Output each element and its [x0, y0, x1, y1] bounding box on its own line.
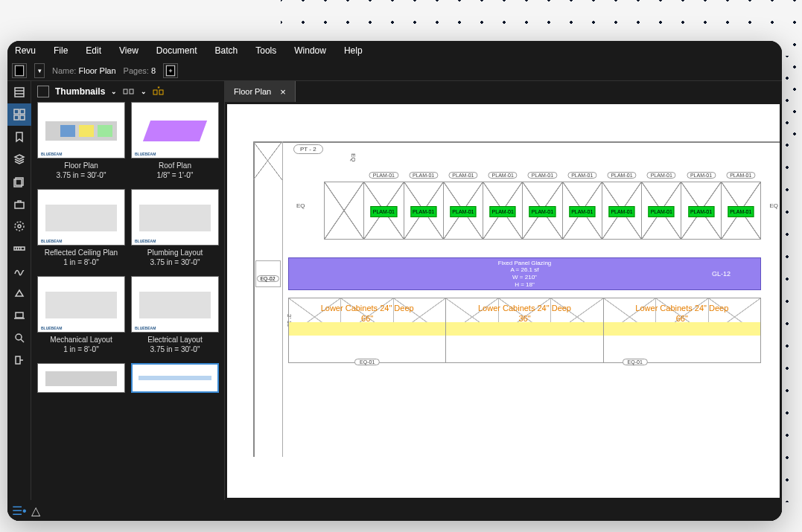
svg-rect-23: [130, 89, 133, 94]
pt2-tag: PT - 2: [293, 144, 323, 154]
layers-icon[interactable]: [7, 148, 31, 170]
menu-view[interactable]: View: [119, 45, 139, 56]
attachments-icon[interactable]: [7, 170, 31, 193]
sets-icon[interactable]: [7, 349, 31, 371]
thumbnail-8[interactable]: [131, 363, 219, 393]
menu-file[interactable]: File: [54, 45, 68, 56]
pages-value: 8: [151, 66, 156, 75]
left-icon-strip: [7, 81, 31, 521]
panel-icon[interactable]: [37, 86, 49, 97]
thumbnails-title: Thumbnails: [55, 86, 105, 97]
svg-rect-14: [14, 247, 25, 250]
viewport: Floor Plan × EQ-02 PT - 2 EQ EQ EQ: [225, 81, 782, 521]
svg-rect-7: [14, 115, 19, 120]
shapes-icon[interactable]: [7, 282, 31, 304]
tab-label: Floor Plan: [234, 87, 271, 96]
bottom-bar: ☰• △: [7, 500, 782, 521]
menu-revu[interactable]: Revu: [15, 45, 36, 56]
menu-document[interactable]: Document: [156, 45, 197, 56]
app-window: Revu File Edit View Document Batch Tools…: [7, 41, 782, 521]
canvas[interactable]: EQ-02 PT - 2 EQ EQ EQ PLAM-01PLAM-01 PLA…: [227, 104, 780, 498]
laptop-icon[interactable]: [7, 304, 31, 327]
info-bar: ▾ Name: Floor Plan Pages: 8: [7, 60, 782, 81]
svg-rect-24: [153, 90, 157, 94]
menu-help[interactable]: Help: [344, 45, 363, 56]
menu-window[interactable]: Window: [294, 45, 326, 56]
thumbnails-header: Thumbnails ⌄ ⌄ *: [31, 81, 224, 102]
pages-label: Pages:: [124, 66, 149, 75]
thumbnail-plumbing[interactable]: BLUEBEAM Plumbing Layout3.75 in = 30'-0": [131, 189, 219, 267]
signatures-icon[interactable]: [7, 260, 31, 282]
svg-rect-6: [20, 109, 25, 114]
thumbnail-electrical[interactable]: BLUEBEAM Electrical Layout3.75 in = 30'-…: [131, 276, 219, 354]
svg-line-21: [21, 339, 24, 342]
thumbnail-roof-plan[interactable]: BLUEBEAM Roof Plan1/8" = 1'-0": [131, 102, 219, 180]
svg-rect-5: [14, 109, 19, 114]
triangle-icon[interactable]: △: [31, 504, 40, 518]
toolbox-icon[interactable]: [7, 193, 31, 215]
name-value: Floor Plan: [78, 66, 115, 75]
svg-text:*: *: [158, 86, 161, 92]
star-split-icon[interactable]: *: [153, 86, 165, 97]
name-label: Name:: [52, 66, 76, 75]
svg-rect-8: [20, 115, 25, 120]
tab-floor-plan[interactable]: Floor Plan ×: [225, 81, 296, 102]
measurements-icon[interactable]: [7, 237, 31, 260]
list-icon[interactable]: ☰•: [12, 504, 27, 518]
svg-rect-25: [159, 90, 163, 94]
thumbnail-reflected-ceiling[interactable]: BLUEBEAM Reflected Ceiling Plan1 in = 8'…: [37, 189, 125, 267]
thumbnail-7[interactable]: [37, 363, 125, 393]
thumbnails-icon[interactable]: [7, 103, 31, 126]
svg-point-20: [16, 334, 22, 340]
cabinet-row: Lower Cabinets 24" Deep66" EQ-01 Lower C…: [288, 298, 761, 363]
thumbnail-floor-plan[interactable]: BLUEBEAM Floor Plan3.75 in = 30'-0": [37, 102, 125, 180]
eq-label: EQ: [350, 153, 357, 162]
document-icon[interactable]: [12, 63, 27, 78]
thumbnails-panel: Thumbnails ⌄ ⌄ * BLUEBEAM Floor Plan3.75…: [31, 81, 225, 521]
svg-rect-2: [15, 88, 24, 97]
svg-rect-11: [15, 202, 24, 208]
thumbnails-grid[interactable]: BLUEBEAM Floor Plan3.75 in = 30'-0" BLUE…: [31, 102, 224, 521]
glazing-markup[interactable]: Fixed Panel GlazingA = 26.1 sfW = 210"H …: [288, 257, 761, 290]
split-icon[interactable]: [123, 87, 135, 96]
file-access-icon[interactable]: [7, 81, 31, 103]
svg-point-12: [18, 225, 21, 228]
svg-rect-18: [16, 313, 23, 318]
thumbnails-dropdown-icon[interactable]: ⌄: [111, 88, 117, 95]
split-dropdown-icon[interactable]: ⌄: [141, 88, 147, 95]
menu-bar: Revu File Edit View Document Batch Tools…: [7, 41, 782, 60]
tab-close-icon[interactable]: ×: [280, 86, 286, 97]
menu-batch[interactable]: Batch: [215, 45, 238, 56]
new-page-icon[interactable]: [163, 63, 178, 78]
bookmarks-icon[interactable]: [7, 126, 31, 148]
eq02-tag: EQ-02: [256, 275, 279, 282]
eq-label-left: EQ: [296, 202, 305, 209]
settings-icon[interactable]: [7, 215, 31, 237]
svg-rect-0: [15, 65, 23, 76]
plam-row: PLAM-01PLAM-01 PLAM-01PLAM-01 PLAM-01PLA…: [324, 182, 761, 240]
eq-label-right: EQ: [769, 202, 778, 209]
menu-tools[interactable]: Tools: [255, 45, 276, 56]
thumbnail-mechanical[interactable]: BLUEBEAM Mechanical Layout1 in = 8'-0": [37, 276, 125, 354]
search-icon[interactable]: [7, 327, 31, 349]
svg-point-13: [15, 222, 24, 231]
document-dropdown-icon[interactable]: ▾: [34, 63, 45, 78]
menu-edit[interactable]: Edit: [86, 45, 101, 56]
tab-bar: Floor Plan ×: [225, 81, 782, 102]
svg-rect-22: [124, 89, 127, 94]
